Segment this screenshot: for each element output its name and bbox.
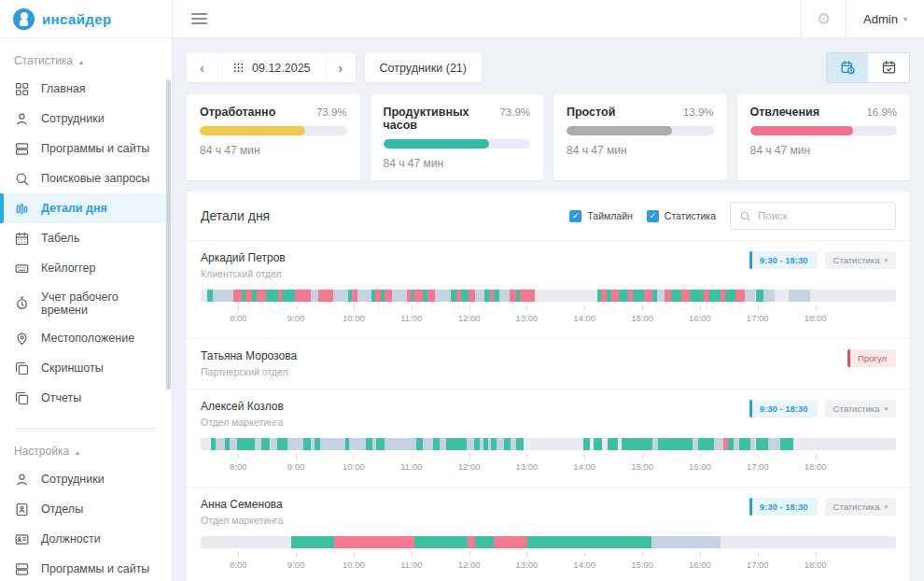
schedule-badge[interactable]: 9:30 - 18:30 bbox=[749, 400, 818, 418]
current-date: 09.12.2025 bbox=[252, 62, 311, 75]
next-day-button[interactable]: › bbox=[325, 53, 356, 82]
brand-logo[interactable]: инсайдер bbox=[0, 0, 172, 38]
employee-row-actions: 9:30 - 18:30Статистика▾ bbox=[749, 251, 896, 269]
date-picker-button[interactable]: 09.12.2025 bbox=[217, 53, 325, 82]
checkbox-checked-icon[interactable]: ✓ bbox=[647, 210, 659, 222]
stat-percent: 16.9% bbox=[866, 106, 897, 118]
hamburger-menu-icon[interactable] bbox=[191, 13, 207, 24]
search-input[interactable] bbox=[758, 210, 887, 221]
timeline-segment-distraction bbox=[257, 290, 266, 302]
sidebar-scrollbar[interactable] bbox=[166, 79, 171, 390]
stat-value: 84 ч 47 мин bbox=[567, 144, 714, 157]
time-axis-label: 11:00 bbox=[400, 313, 422, 323]
timeline-segment-idle bbox=[271, 438, 277, 450]
timeline-segment-idle bbox=[763, 290, 774, 302]
employee-row-3: Анна СеменоваОтдел маркетинга9:30 - 18:3… bbox=[187, 487, 910, 581]
timeline-segment-idle bbox=[333, 290, 348, 302]
employee-row-actions: 9:30 - 18:30Статистика▾ bbox=[749, 498, 896, 516]
sidebar-divider bbox=[14, 428, 158, 429]
timeline-segment-productive bbox=[658, 438, 693, 450]
time-axis-label: 18:00 bbox=[805, 313, 827, 323]
section-title: Детали дня bbox=[201, 208, 270, 223]
sidebar-section-toggle[interactable]: Статистика▴ bbox=[14, 54, 158, 67]
table-view-button[interactable] bbox=[868, 53, 909, 82]
stat-progress-fill bbox=[200, 126, 305, 135]
stat-progress-track bbox=[384, 139, 531, 149]
time-axis-tick bbox=[238, 552, 239, 557]
time-axis-label: 14:00 bbox=[573, 560, 595, 570]
sidebar-item-0-7[interactable]: Учет рабочего времени bbox=[0, 283, 172, 323]
dashboard-icon bbox=[14, 81, 30, 97]
person-icon bbox=[14, 472, 30, 488]
activity-timeline[interactable] bbox=[201, 438, 896, 450]
sidebar-item-0-0[interactable]: Главная bbox=[0, 74, 172, 104]
stat-percent: 73.9% bbox=[316, 106, 347, 118]
chevron-left-icon: ‹ bbox=[200, 62, 204, 75]
prev-day-button[interactable]: ‹ bbox=[187, 53, 217, 82]
sidebar-item-1-0[interactable]: Сотрудники bbox=[0, 464, 172, 494]
sidebar-item-0-6[interactable]: Кейлоггер bbox=[0, 253, 172, 283]
sidebar-item-0-4[interactable]: Детали дня bbox=[0, 193, 172, 223]
filter-checkbox-0[interactable]: ✓Таймлайн bbox=[569, 210, 633, 222]
statistics-dropdown[interactable]: Статистика▾ bbox=[825, 498, 896, 516]
timeline-segment-productive bbox=[474, 438, 481, 450]
settings-button[interactable]: ⚙ bbox=[801, 0, 846, 37]
filter-checkbox-1[interactable]: ✓Статистика bbox=[647, 210, 716, 222]
statistics-dropdown[interactable]: Статистика▾ bbox=[825, 251, 896, 269]
sidebar-item-0-10[interactable]: Отчеты bbox=[0, 383, 172, 413]
activity-timeline[interactable] bbox=[201, 290, 896, 302]
chevron-down-icon: ▾ bbox=[884, 257, 888, 264]
location-icon bbox=[14, 331, 30, 347]
timeline-segment-productive bbox=[282, 290, 294, 302]
sidebar-item-0-1[interactable]: Сотрудники bbox=[0, 104, 172, 134]
day-details-icon bbox=[14, 201, 30, 217]
time-axis-label: 11:00 bbox=[400, 560, 422, 570]
time-axis-tick bbox=[412, 552, 413, 557]
timeline-segment-idle bbox=[745, 290, 756, 302]
sidebar-item-0-2[interactable]: Программы и сайты bbox=[0, 134, 172, 163]
time-axis-label: 16:00 bbox=[689, 313, 711, 323]
time-axis-tick bbox=[469, 552, 470, 557]
sidebar-item-0-5[interactable]: Табель bbox=[0, 223, 172, 253]
id-card-icon bbox=[14, 531, 30, 547]
timeline-segment-idle bbox=[467, 438, 473, 450]
timeline-segment-productive bbox=[739, 438, 750, 450]
timeline-view-button[interactable] bbox=[827, 53, 868, 82]
timeline-segment-productive bbox=[728, 438, 735, 450]
apps-icon bbox=[14, 561, 30, 577]
timeline-segment-distraction bbox=[681, 290, 691, 302]
timeline-segment-distraction bbox=[318, 290, 333, 302]
sidebar-item-0-9[interactable]: Скриншоты bbox=[0, 353, 172, 383]
sidebar-section-toggle[interactable]: Настройка▴ bbox=[14, 445, 158, 458]
checkbox-checked-icon[interactable]: ✓ bbox=[569, 210, 581, 222]
statistics-dropdown[interactable]: Статистика▾ bbox=[825, 400, 896, 418]
stat-card-3: Отвлечения16.9%84 ч 47 мин bbox=[737, 94, 911, 180]
stat-progress-track bbox=[567, 126, 714, 135]
timeline-segment-productive bbox=[433, 438, 440, 450]
statistics-dropdown-label: Статистика bbox=[833, 502, 880, 512]
sidebar-item-1-3[interactable]: Программы и сайты bbox=[0, 554, 172, 581]
sidebar-item-label: Сотрудники bbox=[41, 473, 105, 486]
time-axis-label: 9:00 bbox=[287, 313, 305, 323]
employee-department: Отдел маркетинга bbox=[201, 515, 283, 526]
time-axis-label: 10:00 bbox=[343, 560, 365, 570]
activity-timeline[interactable] bbox=[201, 536, 896, 548]
stopwatch-icon bbox=[14, 295, 30, 311]
sidebar-item-0-3[interactable]: Поисковые запросы bbox=[0, 163, 172, 193]
sidebar-item-1-2[interactable]: Должности bbox=[0, 524, 172, 554]
sidebar-item-0-8[interactable]: Местоположение bbox=[0, 323, 172, 353]
time-axis-tick bbox=[758, 305, 759, 310]
schedule-badge[interactable]: 9:30 - 18:30 bbox=[749, 498, 818, 516]
report-icon bbox=[14, 390, 30, 406]
time-axis-tick bbox=[700, 305, 701, 310]
timeline-segment-productive bbox=[709, 290, 721, 302]
stat-value: 84 ч 47 мин bbox=[200, 144, 347, 157]
schedule-badge[interactable]: 9:30 - 18:30 bbox=[749, 251, 818, 269]
time-axis-tick bbox=[526, 552, 527, 557]
sidebar-item-1-1[interactable]: Отделы bbox=[0, 494, 172, 524]
time-axis-label: 8:00 bbox=[230, 560, 247, 570]
employees-filter-button[interactable]: Сотрудники (21) bbox=[365, 53, 482, 82]
time-axis-label: 12:00 bbox=[458, 313, 481, 323]
user-menu-button[interactable]: Admin ▾ bbox=[846, 0, 924, 37]
time-axis-tick bbox=[758, 454, 759, 459]
